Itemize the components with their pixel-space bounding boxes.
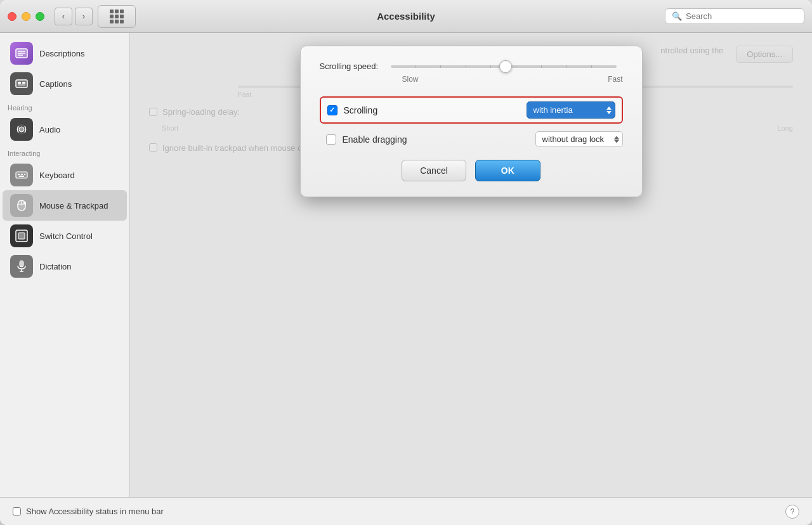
mouse-icon (10, 194, 33, 217)
grid-button[interactable] (98, 5, 136, 28)
scrolling-speed-section: Scrolling speed: (320, 62, 623, 84)
svg-rect-14 (19, 176, 24, 177)
help-button[interactable]: ? (785, 505, 799, 519)
speed-slider-thumb[interactable] (499, 60, 512, 73)
sidebar-item-captions[interactable]: Captions (3, 68, 127, 99)
scrolling-select[interactable]: with inertia without inertia (527, 101, 615, 119)
search-icon: 🔍 (672, 11, 682, 21)
sidebar-item-label: Audio (39, 125, 60, 134)
grid-icon (110, 10, 124, 23)
enable-dragging-label: Enable dragging (343, 134, 407, 145)
svg-rect-21 (20, 261, 23, 267)
audio-icon (10, 118, 33, 141)
sidebar-item-switch[interactable]: Switch Control (3, 221, 127, 251)
content-area: Descriptions Captions Hearing (0, 33, 812, 497)
sidebar-item-mouse[interactable]: Mouse & Trackpad (3, 190, 127, 221)
drag-select[interactable]: without drag lock with drag lock (535, 131, 623, 147)
search-bar[interactable]: 🔍 (665, 8, 804, 24)
svg-rect-20 (18, 233, 25, 239)
drag-select-wrapper: without drag lock with drag lock (535, 131, 623, 147)
back-button[interactable]: ‹ (55, 8, 72, 25)
minimize-button[interactable] (22, 12, 30, 21)
drag-checkbox[interactable] (326, 134, 336, 145)
sidebar-item-dictation[interactable]: Dictation (3, 251, 127, 282)
forward-button[interactable]: › (75, 8, 93, 25)
window-title: Accessibility (377, 11, 435, 22)
scrolling-speed-label: Scrolling speed: (320, 62, 379, 71)
sidebar-item-keyboard[interactable]: Keyboard (3, 160, 127, 190)
sidebar-item-audio[interactable]: Audio (3, 114, 127, 145)
modal-buttons: Cancel OK (320, 160, 623, 181)
sidebar-item-label: Dictation (39, 262, 72, 271)
modal-dialog: Scrolling speed: (300, 46, 643, 197)
sidebar-section-hearing: Hearing (0, 99, 129, 114)
cancel-button[interactable]: Cancel (402, 160, 466, 181)
sidebar-item-label: Keyboard (39, 171, 75, 180)
svg-rect-6 (22, 82, 25, 84)
svg-point-9 (19, 127, 24, 132)
switch-control-icon (10, 224, 33, 247)
sidebar-section-interacting: Interacting (0, 145, 129, 160)
svg-rect-5 (18, 82, 21, 84)
svg-rect-11 (18, 174, 20, 175)
show-accessibility-checkbox[interactable] (13, 507, 21, 515)
sidebar-item-label: Captions (39, 79, 72, 89)
svg-rect-12 (21, 174, 23, 175)
scrolling-row: Scrolling with inertia without inertia (320, 96, 623, 124)
svg-rect-13 (24, 174, 25, 175)
descriptions-icon (10, 42, 33, 65)
sidebar: Descriptions Captions Hearing (0, 33, 130, 497)
svg-rect-4 (16, 80, 27, 88)
modal-overlay: Scrolling speed: (130, 33, 812, 497)
main-panel: ntrolled using the Options... Fast (130, 33, 812, 497)
slow-label: Slow (402, 75, 419, 84)
sidebar-item-label: Mouse & Trackpad (39, 201, 108, 211)
show-status-row: Show Accessibility status in menu bar (13, 507, 164, 516)
dictation-icon (10, 255, 33, 278)
nav-buttons: ‹ › (55, 8, 93, 25)
search-input[interactable] (686, 11, 797, 21)
ok-button[interactable]: OK (475, 160, 540, 181)
fast-label: Fast (608, 75, 622, 84)
sidebar-item-label: Descriptions (39, 49, 85, 58)
captions-icon (10, 72, 33, 95)
bottom-bar: Show Accessibility status in menu bar ? (0, 497, 812, 525)
keyboard-icon (10, 164, 33, 186)
scrolling-select-wrapper: with inertia without inertia (527, 101, 615, 119)
close-button[interactable] (8, 12, 16, 21)
traffic-lights (8, 12, 44, 21)
sidebar-item-descriptions[interactable]: Descriptions (3, 38, 127, 68)
maximize-button[interactable] (36, 12, 44, 21)
titlebar: ‹ › Accessibility 🔍 (0, 0, 812, 33)
scrolling-checkbox[interactable] (327, 105, 337, 115)
drag-row: Enable dragging without drag lock with d… (320, 131, 623, 147)
svg-point-18 (23, 202, 26, 204)
sidebar-item-label: Switch Control (39, 231, 93, 241)
scrolling-label: Scrolling (344, 105, 378, 115)
show-accessibility-label: Show Accessibility status in menu bar (26, 507, 164, 516)
